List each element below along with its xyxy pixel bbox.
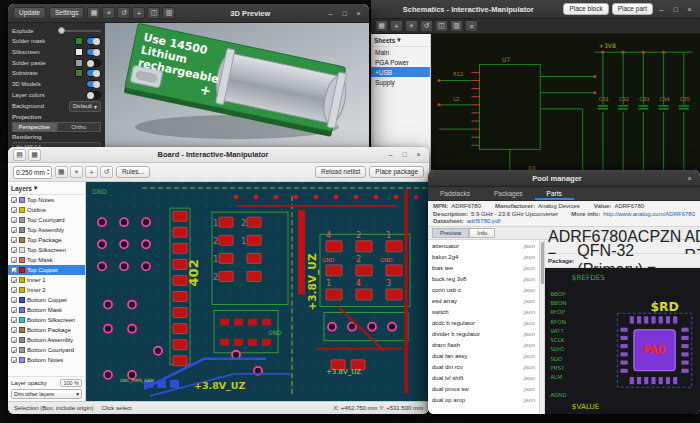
background-combo[interactable]: Default ▾ <box>69 101 101 112</box>
layer-visibility-checkbox[interactable] <box>11 327 17 333</box>
datasheet-link[interactable]: adrf6780.pdf <box>467 218 501 224</box>
toolbar-icon[interactable]: ⌖ <box>405 20 418 32</box>
pool-tab[interactable]: Padstacks <box>428 187 482 200</box>
toolbar-icon[interactable]: + <box>85 166 98 178</box>
pool-tab[interactable]: Packages <box>482 187 535 200</box>
explode-slider[interactable] <box>58 30 101 32</box>
pool-item-row[interactable]: attenuator .json <box>428 240 539 251</box>
toolbar-icon[interactable]: ◫ <box>435 20 448 32</box>
pool-item-row[interactable]: dcdc b regulator .json <box>428 317 539 328</box>
perspective-button[interactable]: Perspective <box>12 122 57 133</box>
toolbar-icon[interactable]: ▦ <box>28 149 41 161</box>
rules-button[interactable]: Rules... <box>116 166 150 179</box>
layer-row[interactable]: Bottom Copper <box>8 295 85 305</box>
maximize-icon[interactable]: □ <box>399 151 410 158</box>
pool-titlebar[interactable]: Pool manager × <box>428 170 700 187</box>
layer-row[interactable]: Top Mask <box>8 255 85 265</box>
toolbar-icon[interactable]: ≡ <box>465 20 478 32</box>
layer-row[interactable]: Bottom Notes <box>8 355 85 365</box>
sheet-item[interactable]: Supply <box>371 77 430 87</box>
board-titlebar[interactable]: ▤▦ Board - Interactive-Manipulator – □ × <box>8 147 429 163</box>
view-tab[interactable]: Info <box>469 228 495 238</box>
sheet-item[interactable]: +USB <box>371 67 430 77</box>
layer-row[interactable]: Bottom Assembly <box>8 335 85 345</box>
layer-visibility-checkbox[interactable] <box>11 307 17 313</box>
chevron-down-icon[interactable]: ▾ <box>34 184 37 192</box>
pool-item-row[interactable]: dual op amp .json <box>428 394 539 405</box>
close-icon[interactable]: × <box>684 6 695 13</box>
grid-spacing-spinner[interactable]: 0.250 mm ▴▾ <box>13 166 52 179</box>
layer-row[interactable]: Top Courtyard <box>8 215 85 225</box>
pool-item-row[interactable]: dual lvl shift .json <box>428 372 539 383</box>
pool-item-row[interactable]: dual fan assy .json <box>428 350 539 361</box>
close-icon[interactable]: × <box>353 10 364 17</box>
maximize-icon[interactable]: □ <box>339 10 350 17</box>
layer-row[interactable]: Top Assembly <box>8 225 85 235</box>
layer-row[interactable]: Top Package <box>8 235 85 245</box>
layer-row[interactable]: Bottom Mask <box>8 305 85 315</box>
pool-item-row[interactable]: dual pmos sw .json <box>428 383 539 394</box>
layer-visibility-checkbox[interactable] <box>11 347 17 353</box>
toolbar-icon[interactable]: ▥ <box>450 20 463 32</box>
solder-mask-toggle[interactable] <box>86 37 101 45</box>
layer-visibility-checkbox[interactable] <box>11 357 17 363</box>
layer-visibility-checkbox[interactable] <box>11 287 17 293</box>
layer-row[interactable]: Top Notes <box>8 195 85 205</box>
layer-visibility-checkbox[interactable] <box>11 297 17 303</box>
layer-row[interactable]: Inner 2 <box>8 285 85 295</box>
layer-row[interactable]: Top Copper <box>8 265 85 275</box>
close-icon[interactable]: × <box>684 175 695 182</box>
layer-visibility-checkbox[interactable] <box>11 267 17 273</box>
highlight-mode-combo[interactable]: Dim other layers ▾ <box>11 389 82 399</box>
layer-row[interactable]: Bottom Silkscreen <box>8 315 85 325</box>
view-tab[interactable]: Preview <box>432 228 469 238</box>
pool-item-row[interactable]: bias tee .json <box>428 262 539 273</box>
place-package-button[interactable]: Place package <box>369 166 424 179</box>
layer-row[interactable]: Bottom Courtyard <box>8 345 85 355</box>
solder-paste-toggle[interactable] <box>86 59 101 67</box>
toolbar-icon[interactable]: ↺ <box>117 7 130 19</box>
layer-visibility-checkbox[interactable] <box>11 277 17 283</box>
toolbar-icon[interactable]: ▦ <box>55 166 68 178</box>
pool-item-row[interactable]: switch .json <box>428 306 539 317</box>
sheet-item[interactable]: Main <box>371 47 430 57</box>
ortho-button[interactable]: Ortho <box>57 122 102 133</box>
layer-visibility-checkbox[interactable] <box>11 207 17 213</box>
toolbar-icon[interactable]: ▦ <box>375 20 388 32</box>
toolbar-icon[interactable]: ⌖ <box>70 166 83 178</box>
toolbar-icon[interactable]: ⌖ <box>102 7 115 19</box>
toolbar-icon[interactable]: ↺ <box>100 166 113 178</box>
pool-item-row[interactable]: balun 2g4 .json <box>428 251 539 262</box>
toolbar-icon[interactable]: ↺ <box>420 20 433 32</box>
schematic-titlebar[interactable]: Schematics - Interactive-Manipulator Pla… <box>371 0 700 19</box>
layer-visibility-checkbox[interactable] <box>11 237 17 243</box>
layer-visibility-checkbox[interactable] <box>11 337 17 343</box>
place-part-button[interactable]: Place part <box>612 3 653 16</box>
layer-visibility-checkbox[interactable] <box>11 317 17 323</box>
board-canvas[interactable]: GND402+3.8V_UZ121221421GND2GND143GND+3.8… <box>86 182 429 401</box>
layer-row[interactable]: Outline <box>8 205 85 215</box>
layer-visibility-checkbox[interactable] <box>11 197 17 203</box>
package-preview-canvas[interactable]: $REFDESBBOPBBONRFOPRFONVATTSCLKSDIOSDOPR… <box>545 268 700 414</box>
settings-button[interactable]: Settings <box>49 7 85 20</box>
more-info-link[interactable]: http://www.analog.com/ADRF6780 <box>603 211 695 217</box>
pool-item-row[interactable]: esd array .json <box>428 295 539 306</box>
toolbar-icon[interactable]: ◫ <box>147 7 160 19</box>
chevron-down-icon[interactable]: ▾ <box>397 36 400 44</box>
reload-netlist-button[interactable]: Reload netlist <box>315 166 366 179</box>
pool-item-row[interactable]: dual din rcv .json <box>428 361 539 372</box>
spinner-arrows-icon[interactable]: ▴▾ <box>47 168 49 175</box>
layer-visibility-checkbox[interactable] <box>11 227 17 233</box>
sheet-item[interactable]: PGA Power <box>371 57 430 67</box>
layer-visibility-checkbox[interactable] <box>11 257 17 263</box>
silkscreen-toggle[interactable] <box>86 48 101 56</box>
update-button[interactable]: Update <box>13 7 46 20</box>
layer-opacity-value[interactable]: 100 % <box>60 379 82 387</box>
models-toggle[interactable] <box>86 80 101 88</box>
pool-item-row[interactable]: dram flash .json <box>428 339 539 350</box>
layer-row[interactable]: Inner 1 <box>8 275 85 285</box>
layer-row[interactable]: Bottom Package <box>8 325 85 335</box>
layer-row[interactable]: Top Silkscreen <box>8 245 85 255</box>
solder-paste-swatch[interactable] <box>75 59 83 67</box>
pool-tab[interactable]: Parts <box>535 187 574 200</box>
